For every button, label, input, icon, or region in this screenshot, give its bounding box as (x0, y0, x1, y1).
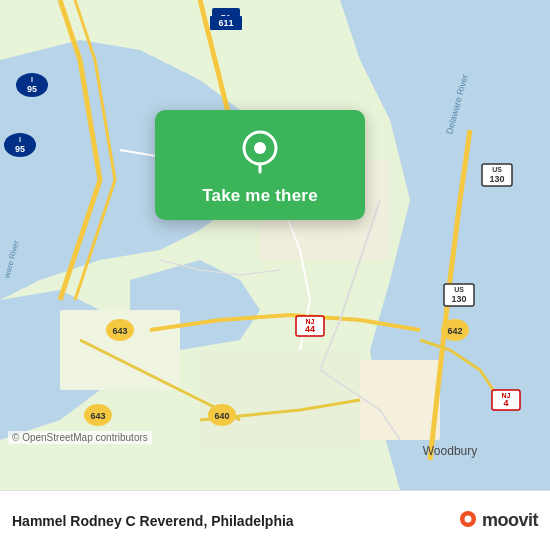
map-attribution: © OpenStreetMap contributors (8, 431, 152, 444)
svg-text:US: US (492, 166, 502, 173)
moovit-brand-icon (457, 510, 479, 532)
svg-text:130: 130 (451, 294, 466, 304)
map-container: PA 611 I 95 I 95 US 130 US 130 NJ 44 643… (0, 0, 550, 490)
svg-point-42 (464, 515, 471, 522)
svg-text:I: I (31, 76, 33, 83)
svg-text:95: 95 (27, 84, 37, 94)
svg-text:130: 130 (489, 174, 504, 184)
take-me-there-button[interactable]: Take me there (202, 186, 318, 206)
moovit-brand-text: moovit (482, 510, 538, 531)
svg-rect-4 (360, 360, 440, 440)
svg-text:Woodbury: Woodbury (423, 444, 477, 458)
svg-text:4: 4 (503, 398, 508, 408)
svg-text:643: 643 (90, 411, 105, 421)
svg-rect-3 (200, 350, 360, 450)
svg-text:640: 640 (214, 411, 229, 421)
bottom-bar: Hammel Rodney C Reverend, Philadelphia m… (0, 490, 550, 550)
popup-card[interactable]: Take me there (155, 110, 365, 220)
svg-text:95: 95 (15, 144, 25, 154)
svg-text:611: 611 (218, 18, 233, 28)
svg-point-39 (254, 142, 266, 154)
svg-text:I: I (19, 136, 21, 143)
svg-text:642: 642 (447, 326, 462, 336)
location-pin-icon (236, 128, 284, 176)
svg-text:US: US (454, 286, 464, 293)
svg-text:44: 44 (305, 324, 315, 334)
moovit-logo: moovit (457, 510, 538, 532)
svg-text:643: 643 (112, 326, 127, 336)
